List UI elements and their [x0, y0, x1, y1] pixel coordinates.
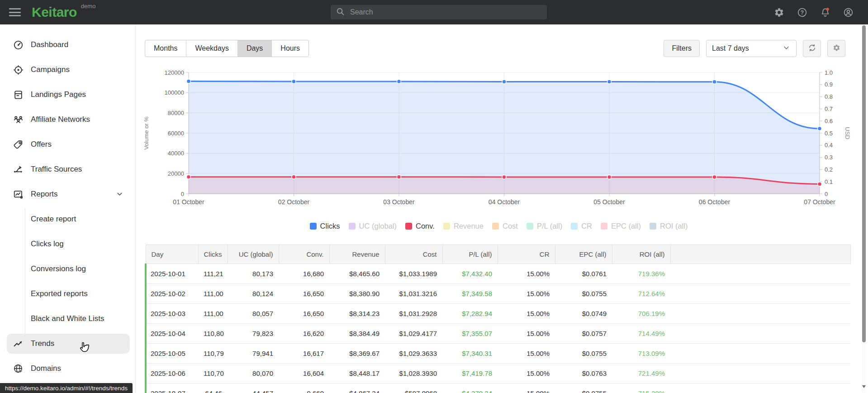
cell-cr: 15.00%	[498, 383, 555, 393]
cell-p-l-all: $7,355.07	[442, 324, 498, 344]
global-search[interactable]	[331, 5, 547, 19]
svg-text:120000: 120000	[165, 69, 184, 76]
cell-epc-all: $0.0757	[555, 324, 612, 344]
column-header-p-l-all[interactable]: P/L (all)	[442, 245, 498, 264]
cell-day: 2025-10-01	[146, 264, 198, 284]
settings-gear-icon[interactable]	[774, 7, 784, 18]
hamburger-menu-icon[interactable]	[9, 6, 21, 19]
legend-item-p-l-all[interactable]: P/L (all)	[526, 222, 562, 230]
column-header-clicks[interactable]: Clicks	[198, 245, 228, 264]
chevron-down-icon	[782, 43, 791, 54]
cell-cr: 15.00%	[498, 264, 555, 284]
trends-chart[interactable]: 02000040000600008000010000012000001 Octo…	[136, 57, 862, 219]
legend-swatch	[405, 223, 412, 230]
svg-text:?: ?	[801, 9, 804, 15]
legend-label: EPC (all)	[611, 222, 641, 230]
legend-item-revenue[interactable]: Revenue	[443, 222, 484, 230]
people-group-icon	[13, 114, 24, 125]
cell-roi-all: 713.09%	[612, 344, 670, 364]
scrollbar-down-arrow[interactable]	[862, 385, 866, 388]
sidebar-item-label: Trends	[31, 339, 54, 348]
sidebar-item-trends[interactable]: Trends	[7, 334, 130, 354]
column-header-day[interactable]: Day	[146, 245, 198, 264]
scrollbar-thumb[interactable]	[862, 25, 866, 342]
tab-hours[interactable]: Hours	[271, 40, 308, 57]
legend-item-roi-all[interactable]: ROI (all)	[650, 222, 688, 230]
legend-label: Cost	[503, 222, 518, 230]
dashboard-icon	[13, 39, 24, 50]
tab-days[interactable]: Days	[237, 40, 271, 57]
date-range-value: Last 7 days	[712, 44, 749, 53]
sidebar-item-campaigns[interactable]: Campaigns	[7, 60, 130, 80]
legend-label: P/L (all)	[537, 222, 562, 230]
svg-text:1.0: 1.0	[825, 69, 833, 76]
column-header-cost[interactable]: Cost	[385, 245, 442, 264]
legend-item-conv[interactable]: Conv.	[405, 222, 435, 230]
cell-clicks: 110,70	[198, 364, 228, 383]
tab-months[interactable]: Months	[145, 40, 186, 57]
search-input[interactable]	[349, 8, 541, 17]
refresh-icon	[807, 43, 817, 54]
legend-swatch	[650, 223, 656, 230]
split-arrows-icon	[13, 164, 24, 175]
refresh-button[interactable]	[803, 40, 821, 57]
sidebar-item-affiliate-networks[interactable]: Affiliate Networks	[7, 110, 130, 129]
cell-conv: 16,650	[279, 284, 329, 304]
cell-p-l-all: $4,270.24	[442, 383, 498, 393]
table-row: 2025-10-04110,8079,82316,620$8,384.49$1,…	[146, 324, 850, 344]
sidebar-item-reports[interactable]: Reports	[7, 184, 130, 204]
column-header-cr[interactable]: CR	[498, 245, 555, 264]
svg-text:0.5: 0.5	[825, 130, 833, 137]
cell-roi-all: 712.64%	[612, 284, 670, 304]
date-range-select[interactable]: Last 7 days	[706, 40, 797, 57]
cell-roi-all: 721.49%	[612, 364, 670, 383]
price-tag-icon: $	[13, 139, 24, 150]
sidebar-item-offers[interactable]: $ Offers	[7, 134, 130, 154]
svg-text:0: 0	[181, 191, 184, 197]
column-header-uc-global[interactable]: UC (global)	[228, 245, 279, 264]
cell-day: 2025-10-02	[146, 284, 198, 304]
cell-cost: $1,029.4177	[385, 324, 442, 344]
cell-revenue: $8,314.23	[329, 304, 385, 324]
help-icon[interactable]: ?	[797, 7, 807, 18]
legend-label: Revenue	[454, 222, 484, 230]
sidebar-item-domains[interactable]: Domains	[7, 359, 130, 379]
sidebar-item-traffic-sources[interactable]: Traffic Sources	[7, 159, 130, 179]
report-controls: Filters Last 7 days	[664, 40, 845, 57]
filters-button[interactable]: Filters	[664, 40, 700, 57]
svg-text:0.4: 0.4	[825, 142, 833, 149]
scrollbar[interactable]	[862, 24, 866, 393]
column-header-roi-all[interactable]: ROI (all)	[612, 245, 670, 264]
report-chart-icon	[13, 189, 24, 200]
chart-settings-button[interactable]	[827, 40, 845, 57]
legend-item-uc-global[interactable]: UC (global)	[349, 222, 397, 230]
cell-cr: 15.00%	[498, 284, 555, 304]
column-header-epc-all[interactable]: EPC (all)	[555, 245, 612, 264]
cell-cr: 15.00%	[498, 344, 555, 364]
svg-text:04 October: 04 October	[489, 198, 520, 206]
cell-p-l-all: $7,419.78	[442, 364, 498, 383]
legend-item-epc-all[interactable]: EPC (all)	[601, 222, 641, 230]
legend-item-cost[interactable]: Cost	[492, 222, 518, 230]
user-account-icon[interactable]	[843, 7, 854, 18]
column-header-conv[interactable]: Conv.	[279, 245, 329, 264]
cell-conv: 9,669	[279, 383, 329, 393]
cell-revenue: $8,384.49	[329, 324, 385, 344]
sidebar-item-landings-pages[interactable]: Landings Pages	[7, 85, 130, 105]
svg-text:0.2: 0.2	[825, 166, 833, 173]
legend-item-clicks[interactable]: Clicks	[310, 222, 340, 230]
column-header-revenue[interactable]: Revenue	[329, 245, 385, 264]
cell-spacer	[670, 364, 850, 383]
sidebar-item-dashboard[interactable]: Dashboard	[7, 35, 130, 55]
cell-conv: 16,620	[279, 324, 329, 344]
tab-weekdays[interactable]: Weekdays	[186, 40, 237, 57]
legend-item-cr[interactable]: CR	[571, 222, 592, 230]
cell-clicks: 64,46	[198, 383, 228, 393]
cell-cost: $1,028.3930	[385, 364, 442, 383]
cell-day: 2025-10-04	[146, 324, 198, 344]
table-row: 2025-10-0764,4644,4579,669$4,867.34$597.…	[146, 383, 850, 393]
cell-p-l-all: $7,349.58	[442, 284, 498, 304]
app-logo[interactable]: Keitaro	[32, 5, 77, 20]
notifications-bell-icon[interactable]	[820, 7, 830, 18]
cell-spacer	[670, 264, 850, 284]
